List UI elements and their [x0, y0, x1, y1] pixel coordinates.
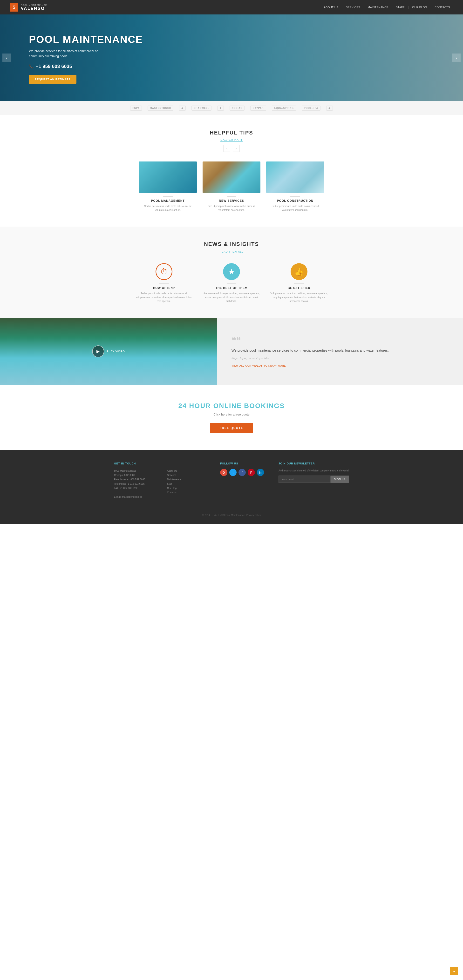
- insight-how-often: ⏱ HOW OFTEN? Sed ut perspiciatis unde om…: [135, 263, 193, 303]
- nav-contacts[interactable]: CONTACTS: [431, 6, 453, 9]
- footer-link-staff[interactable]: Staff: [167, 482, 206, 486]
- brand-poolspa[interactable]: POOL-SPA: [302, 105, 320, 111]
- footer-link-maintenance[interactable]: Maintenance: [167, 477, 206, 482]
- hero-subtitle: We provide services for all sizes of com…: [29, 49, 111, 59]
- newsletter-form: SIGN UP: [279, 476, 349, 483]
- hero-content: POOL MAINTENANCE We provide services for…: [0, 14, 463, 101]
- bookings-title: 24 HOUR ONLINE BOOKINGS: [10, 402, 453, 410]
- tip-card-img-1: [139, 161, 197, 193]
- brand-raypak[interactable]: RAYPAK: [250, 105, 266, 111]
- news-insights-header: NEWS & INSIGHTS READ THEM ALL: [10, 241, 453, 253]
- header: S POOL MAINTENANCE VALENSO ABOUT US | SE…: [0, 0, 463, 14]
- hero-section: ‹ POOL MAINTENANCE We provide services f…: [0, 14, 463, 101]
- card-divider-3: [291, 196, 300, 197]
- newsletter-email-input[interactable]: [279, 476, 330, 483]
- footer-newsletter-title: JOIN OUR NEWSLETTER: [279, 462, 349, 465]
- view-videos-link[interactable]: VIEW ALL OUR VIDEOS TO KNOW MORE: [232, 364, 449, 367]
- footer-link-services[interactable]: Services: [167, 473, 206, 477]
- news-insights-section: NEWS & INSIGHTS READ THEM ALL ⏱ HOW OFTE…: [0, 227, 463, 318]
- nav-staff[interactable]: STAFF: [392, 6, 408, 9]
- footer-links-spacer: _: [167, 462, 206, 465]
- bookings-section: 24 HOUR ONLINE BOOKINGS Click here for a…: [0, 385, 463, 450]
- brand-aquaspring[interactable]: AQUA-SPRING: [272, 105, 296, 111]
- insight-be-satisfied: 👍 BE SATISFIED Voluptatem accusantum dol…: [270, 263, 328, 303]
- footer-link-blog[interactable]: Our Blog: [167, 486, 206, 490]
- quote-text: We provide pool maintenance services to …: [232, 348, 449, 353]
- footer-social-title: FOLLOW US: [220, 462, 264, 465]
- tip-card-desc-2: Sed ut perspiciatis unde omte natus erro…: [203, 204, 260, 212]
- video-section: ▶ PLAY VIDEO ❝❝ We provide pool maintena…: [0, 318, 463, 385]
- news-insights-title: NEWS & INSIGHTS: [10, 241, 453, 247]
- phone-number: +1 959 603 6035: [36, 64, 72, 69]
- insight-title-1: HOW OFTEN?: [135, 286, 193, 290]
- insight-best-of-them: ★ THE BEST OF THEM Accusantum doloreque …: [203, 263, 260, 303]
- helpful-tips-section: HELPFUL TIPS HOW WE DO IT ‹ › POOL MANAG…: [0, 115, 463, 227]
- nav-maintenance[interactable]: MAINTENANCE: [364, 6, 392, 9]
- brand-10[interactable]: ◈: [326, 105, 333, 111]
- social-twitter-icon[interactable]: t: [229, 469, 236, 476]
- insight-clock-icon: ⏱: [155, 263, 172, 280]
- how-we-do-it-link[interactable]: HOW WE DO IT: [220, 139, 243, 142]
- tip-card-img-3: [266, 161, 324, 193]
- hero-next-button[interactable]: ›: [452, 54, 461, 62]
- video-left-panel[interactable]: ▶ PLAY VIDEO: [0, 318, 217, 385]
- quote-author: Roger Taylor, our best specialist.: [232, 357, 449, 360]
- main-nav: ABOUT US | SERVICES | MAINTENANCE | STAF…: [321, 6, 453, 9]
- insight-divider-3: [294, 283, 304, 284]
- brand-5[interactable]: ⊕: [217, 105, 224, 111]
- brand-mastertouch[interactable]: MASTERTOUCH: [148, 105, 173, 111]
- tips-prev-button[interactable]: ‹: [224, 145, 230, 152]
- phone-icon: 📞: [29, 64, 34, 69]
- card-divider-2: [227, 196, 236, 197]
- tip-card-desc-3: Sed ut perspiciatis unde omte natus erro…: [266, 204, 324, 212]
- play-label: PLAY VIDEO: [107, 350, 125, 353]
- footer: GET IN TOUCH 8903 Marinera RoadChicago, …: [0, 450, 463, 524]
- free-quote-button[interactable]: FREE QUOTE: [210, 423, 253, 433]
- insight-title-2: THE BEST OF THEM: [203, 286, 260, 290]
- nav-about-us[interactable]: ABOUT US: [321, 6, 342, 9]
- play-area[interactable]: ▶ PLAY VIDEO: [92, 345, 125, 358]
- brand-fspa[interactable]: FSPA: [130, 105, 142, 111]
- insights-row: ⏱ HOW OFTEN? Sed ut perspiciatis unde om…: [135, 263, 328, 303]
- request-estimate-button[interactable]: REQUEST AN ESTIMATE: [29, 75, 77, 84]
- footer-newsletter-desc: And always stay informed of the latest c…: [279, 469, 349, 473]
- play-button[interactable]: ▶: [92, 345, 104, 358]
- hero-prev-button[interactable]: ‹: [2, 54, 11, 62]
- insight-thumb-icon: 👍: [291, 263, 308, 280]
- social-google-icon[interactable]: G: [220, 469, 227, 476]
- brand-chadwell[interactable]: CHADWELL: [192, 105, 211, 111]
- tip-card-pool-management: POOL MANAGEMENT Sed ut perspiciatis unde…: [139, 161, 197, 212]
- tips-next-button[interactable]: ›: [233, 145, 239, 152]
- social-facebook-icon[interactable]: f: [238, 469, 246, 476]
- quote-icon: ❝❝: [232, 336, 449, 344]
- logo-text: POOL MAINTENANCE VALENSO: [21, 4, 47, 11]
- tip-card-title-1: POOL MANAGEMENT: [139, 199, 197, 202]
- tip-card-img-2: [203, 161, 260, 193]
- tips-nav: ‹ ›: [10, 145, 453, 152]
- read-them-all-link[interactable]: READ THEM ALL: [219, 250, 244, 253]
- social-linkedin-icon[interactable]: in: [257, 469, 264, 476]
- tip-card-title-3: POOL CONSTRUCTION: [266, 199, 324, 202]
- logo[interactable]: S POOL MAINTENANCE VALENSO: [10, 3, 47, 11]
- footer-col-social: FOLLOW US G t f P in: [220, 462, 264, 499]
- logo-title: VALENSO: [21, 6, 47, 11]
- social-pinterest-icon[interactable]: P: [247, 469, 255, 476]
- hero-phone: 📞 +1 959 603 6035: [29, 64, 434, 69]
- nav-our-blog[interactable]: OUR BLOG: [409, 6, 430, 9]
- newsletter-signup-button[interactable]: SIGN UP: [330, 476, 349, 483]
- nav-services[interactable]: SERVICES: [342, 6, 363, 9]
- insight-desc-3: Voluptatem accusantum dolbium, totam rem…: [270, 292, 328, 303]
- insight-desc-2: Accusantum doloreque laudium, totam rem …: [203, 292, 260, 303]
- social-icons-row: G t f P in: [220, 469, 264, 476]
- tips-cards: POOL MANAGEMENT Sed ut perspiciatis unde…: [135, 161, 328, 212]
- footer-link-contacts[interactable]: Contacts: [167, 490, 206, 495]
- insight-divider-2: [227, 283, 236, 284]
- insight-star-icon: ★: [223, 263, 240, 280]
- brand-zodiac[interactable]: ZODIAC: [230, 105, 244, 111]
- video-right-panel: ❝❝ We provide pool maintenance services …: [217, 318, 463, 385]
- footer-col-newsletter: JOIN OUR NEWSLETTER And always stay info…: [279, 462, 349, 499]
- brand-3[interactable]: ◈: [179, 105, 186, 111]
- brands-bar: FSPA MASTERTOUCH ◈ CHADWELL ⊕ ZODIAC RAY…: [0, 101, 463, 115]
- footer-copyright: © 2014 S. VALENSO Pool Maintenance. Priv…: [10, 509, 453, 517]
- footer-link-about[interactable]: About Us: [167, 469, 206, 473]
